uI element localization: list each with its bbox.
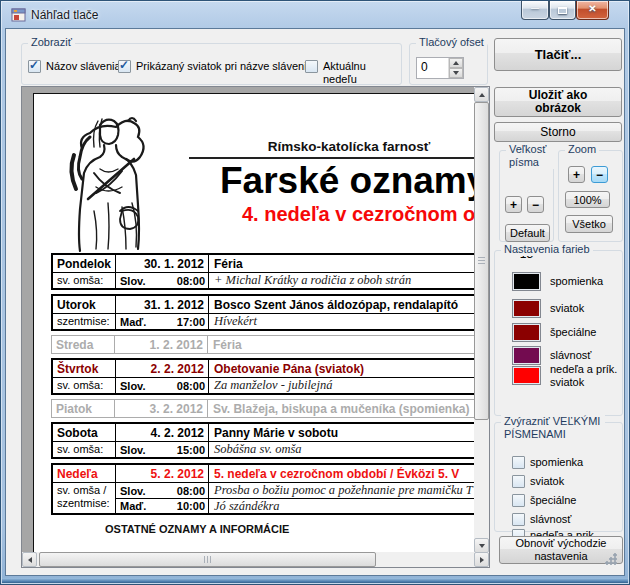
- mass-label: sv. omša:: [53, 378, 116, 393]
- save-as-image-button[interactable]: Uložiť ako obrázok: [494, 87, 622, 117]
- window-title: Náhľad tlače: [31, 8, 99, 22]
- checkbox-highlight-0[interactable]: spomienka: [512, 456, 611, 469]
- mass-label: sv. omša:: [53, 273, 116, 288]
- close-button[interactable]: ✕: [576, 1, 609, 20]
- day-name: Nedeľa: [53, 465, 116, 482]
- check-icon: ✓: [119, 58, 129, 72]
- mass-rows: Slov.08:00+ Michal Krátky a rodičia z ob…: [116, 273, 475, 288]
- celebration-title: Obetovanie Pána (sviatok): [209, 362, 475, 376]
- resize-grip[interactable]: [605, 553, 617, 565]
- mass-language: Maď.: [116, 316, 160, 328]
- day-name: Sobota: [53, 424, 116, 441]
- color-swatch-3[interactable]: [512, 346, 541, 365]
- font-size-decrease-button[interactable]: −: [527, 196, 544, 213]
- day-date: 2. 2. 2012: [116, 360, 209, 377]
- scroll-right-button[interactable]: [474, 552, 489, 567]
- scroll-left-button[interactable]: [22, 552, 37, 567]
- mass-intention: Za manželov - jubilejná: [209, 378, 475, 393]
- color-swatch-0[interactable]: [512, 272, 541, 291]
- color-label: sviatok: [550, 302, 630, 315]
- celebration-title: Sv. Blažeja, biskupa a mučeníka (spomien…: [208, 402, 475, 416]
- checkbox-highlight-3[interactable]: slávnosť: [512, 513, 611, 526]
- mass-intention: Sobášna sv. omša: [209, 442, 475, 457]
- day-row: Streda1. 2. 2012Féria: [52, 336, 475, 353]
- mass-row: Slov.08:00+ Michal Krátky a rodičia z ob…: [116, 273, 475, 288]
- mass-time: 08:00: [160, 483, 209, 498]
- color-label: spomienka: [550, 275, 630, 288]
- good-shepherd-logo: [60, 107, 154, 254]
- mass-intention: Jó szándékra: [209, 499, 475, 514]
- day-date: 31. 1. 2012: [116, 296, 209, 313]
- day-row: Piatok3. 2. 2012Sv. Blažeja, biskupa a m…: [52, 400, 475, 417]
- mass-intention: Hívekért: [209, 314, 475, 329]
- mass-area: sv. omša:Slov.08:00Za manželov - jubilej…: [53, 377, 475, 393]
- minimize-button[interactable]: —: [521, 1, 549, 20]
- mass-language: Slov.: [116, 380, 160, 392]
- mass-area: sv. omša:Slov.08:00+ Michal Krátky a rod…: [53, 272, 475, 288]
- mass-row: Maď.17:00Hívekért: [116, 314, 475, 329]
- spinner-down-button[interactable]: [449, 68, 463, 78]
- mass-area: sv. omša / szentmise:Slov.08:00Prosba o …: [53, 482, 475, 513]
- bulletin-subtitle: 4. nedeľa v cezročnom období: [242, 203, 475, 226]
- day-date: 1. 2. 2012: [115, 336, 208, 353]
- zoom-in-button[interactable]: +: [568, 166, 585, 183]
- checkbox-highlight-2[interactable]: špeciálne: [512, 494, 611, 507]
- checkbox-box: ✓: [28, 60, 41, 73]
- vertical-scrollbar[interactable]: [474, 87, 489, 553]
- print-offset-label: Tlačový ofset: [416, 36, 487, 49]
- font-size-default-button[interactable]: Default: [505, 224, 550, 242]
- day-row: Nedeľa5. 2. 20125. nedeľa v cezročnom ob…: [53, 465, 475, 482]
- print-offset-spinner[interactable]: 0: [416, 57, 464, 79]
- dialog-client-area: Zobraziť ✓Názov slávenia✓Prikázaný sviat…: [5, 28, 625, 576]
- maximize-icon: [558, 7, 567, 14]
- scroll-down-button[interactable]: [474, 538, 489, 553]
- checkbox-display-option-0[interactable]: ✓Názov slávenia: [28, 60, 121, 73]
- mass-area: sv. omša:Slov.15:00Sobášna sv. omša: [53, 441, 475, 457]
- day-row: Pondelok30. 1. 2012Féria: [53, 255, 475, 272]
- checkbox-label: špeciálne: [525, 494, 611, 507]
- zoom-100-button[interactable]: 100%: [565, 191, 610, 208]
- mass-label: sv. omša / szentmise:: [53, 483, 116, 513]
- arrow-up-icon: [453, 61, 459, 65]
- mass-intention: Prosba o božiu pomoc a požehnanie pre ma…: [209, 483, 475, 498]
- color-swatch-2[interactable]: [512, 323, 541, 342]
- color-swatch-4[interactable]: [512, 366, 541, 385]
- checkbox-highlight-1[interactable]: sviatok: [512, 475, 611, 488]
- checkbox-label: Prikázaný sviatok pri názve slávenia: [131, 60, 313, 73]
- title-bar[interactable]: Náhľad tlače — ✕: [1, 1, 629, 28]
- day-row: Štvrtok2. 2. 2012Obetovanie Pána (sviato…: [53, 360, 475, 377]
- color-label: nedeľa a prík. sviatok: [550, 363, 630, 389]
- horizontal-scrollbar-thumb[interactable]: [39, 552, 376, 567]
- vertical-scrollbar-thumb[interactable]: [474, 102, 489, 420]
- spinner-up-button[interactable]: [449, 58, 463, 68]
- bulletin-title: Farské oznamy: [220, 160, 475, 202]
- day-block: Piatok3. 2. 2012Sv. Blažeja, biskupa a m…: [51, 399, 475, 418]
- zoom-all-button[interactable]: Všetko: [565, 215, 613, 233]
- color-settings-group: Nastavenia farieb spomienkasviatokšpeciá…: [494, 250, 623, 416]
- arrow-down-icon: [479, 544, 485, 548]
- print-preview-window: Náhľad tlače — ✕ Zobraziť ✓Názov sláveni…: [0, 0, 630, 585]
- checkbox-box: [512, 513, 525, 526]
- day-block: Sobota4. 2. 2012Panny Márie v sobotusv. …: [51, 422, 475, 459]
- color-swatch-1[interactable]: [512, 299, 541, 318]
- day-date: 4. 2. 2012: [116, 424, 209, 441]
- checkbox-display-option-2[interactable]: Aktuálnu nedeľu: [305, 60, 401, 86]
- day-block: Pondelok30. 1. 2012Fériasv. omša:Slov.08…: [51, 253, 475, 290]
- cancel-button[interactable]: Storno: [494, 122, 622, 142]
- maximize-button[interactable]: [549, 1, 576, 20]
- checkbox-label: Názov slávenia: [41, 60, 121, 73]
- font-size-increase-button[interactable]: +: [505, 196, 522, 213]
- day-row: Utorok31. 1. 2012Bosco Szent János áldoz…: [53, 296, 475, 313]
- horizontal-scrollbar[interactable]: [22, 552, 489, 567]
- zoom-group: Zoom + − 100% Všetko: [558, 150, 623, 242]
- mass-row: Slov.08:00Prosba o božiu pomoc a požehna…: [116, 483, 475, 498]
- day-name: Pondelok: [53, 255, 116, 272]
- checkbox-display-option-1[interactable]: ✓Prikázaný sviatok pri názve slávenia: [118, 60, 313, 73]
- mass-language: Slov.: [116, 485, 160, 497]
- checkbox-label: sviatok: [525, 475, 611, 488]
- color-label: slávnosť: [550, 349, 630, 362]
- mass-row: Slov.15:00Sobášna sv. omša: [116, 442, 475, 457]
- scroll-up-button[interactable]: [474, 87, 489, 102]
- print-button[interactable]: Tlačiť...: [494, 38, 622, 71]
- zoom-out-button[interactable]: −: [591, 166, 608, 183]
